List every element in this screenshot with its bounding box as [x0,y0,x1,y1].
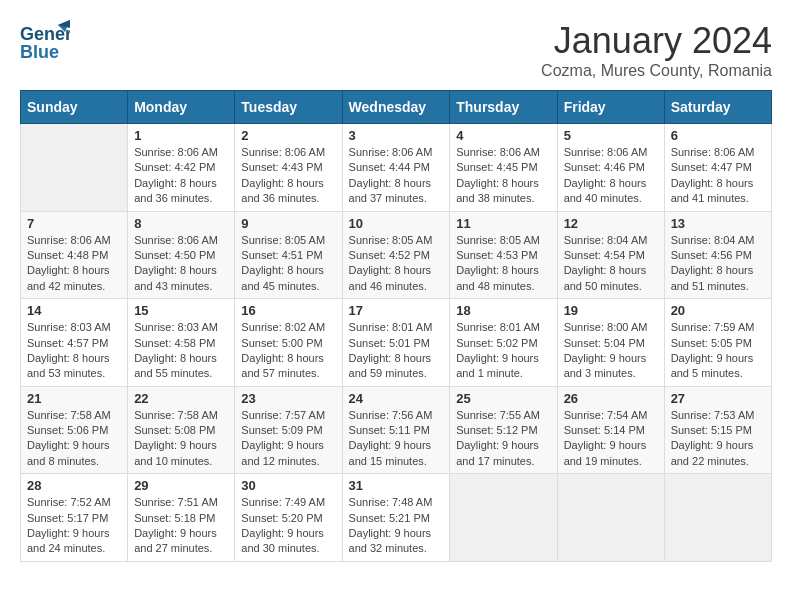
day-info: Sunrise: 8:03 AMSunset: 4:58 PMDaylight:… [134,320,228,382]
day-info: Sunrise: 7:49 AMSunset: 5:20 PMDaylight:… [241,495,335,557]
calendar-day-cell: 22Sunrise: 7:58 AMSunset: 5:08 PMDayligh… [128,386,235,474]
calendar-week-row: 28Sunrise: 7:52 AMSunset: 5:17 PMDayligh… [21,474,772,562]
calendar-day-cell: 7Sunrise: 8:06 AMSunset: 4:48 PMDaylight… [21,211,128,299]
month-title: January 2024 [541,20,772,62]
day-number: 27 [671,391,765,406]
day-number: 23 [241,391,335,406]
calendar-day-cell: 2Sunrise: 8:06 AMSunset: 4:43 PMDaylight… [235,124,342,212]
day-number: 4 [456,128,550,143]
title-area: January 2024 Cozma, Mures County, Romani… [541,20,772,80]
day-number: 9 [241,216,335,231]
calendar-day-cell: 13Sunrise: 8:04 AMSunset: 4:56 PMDayligh… [664,211,771,299]
weekday-header-cell: Friday [557,91,664,124]
day-number: 31 [349,478,444,493]
weekday-header-cell: Monday [128,91,235,124]
calendar-day-cell: 31Sunrise: 7:48 AMSunset: 5:21 PMDayligh… [342,474,450,562]
calendar-day-cell: 4Sunrise: 8:06 AMSunset: 4:45 PMDaylight… [450,124,557,212]
day-info: Sunrise: 8:06 AMSunset: 4:48 PMDaylight:… [27,233,121,295]
weekday-header-cell: Tuesday [235,91,342,124]
day-info: Sunrise: 7:58 AMSunset: 5:08 PMDaylight:… [134,408,228,470]
day-info: Sunrise: 8:02 AMSunset: 5:00 PMDaylight:… [241,320,335,382]
calendar-day-cell: 30Sunrise: 7:49 AMSunset: 5:20 PMDayligh… [235,474,342,562]
calendar-week-row: 1Sunrise: 8:06 AMSunset: 4:42 PMDaylight… [21,124,772,212]
day-info: Sunrise: 7:48 AMSunset: 5:21 PMDaylight:… [349,495,444,557]
calendar-day-cell: 12Sunrise: 8:04 AMSunset: 4:54 PMDayligh… [557,211,664,299]
day-number: 30 [241,478,335,493]
day-number: 29 [134,478,228,493]
day-number: 13 [671,216,765,231]
day-info: Sunrise: 7:56 AMSunset: 5:11 PMDaylight:… [349,408,444,470]
day-info: Sunrise: 8:06 AMSunset: 4:50 PMDaylight:… [134,233,228,295]
calendar-day-cell: 19Sunrise: 8:00 AMSunset: 5:04 PMDayligh… [557,299,664,387]
calendar-day-cell [450,474,557,562]
day-info: Sunrise: 8:05 AMSunset: 4:53 PMDaylight:… [456,233,550,295]
day-number: 1 [134,128,228,143]
logo-icon: General Blue [20,20,70,69]
location-title: Cozma, Mures County, Romania [541,62,772,80]
calendar-day-cell: 26Sunrise: 7:54 AMSunset: 5:14 PMDayligh… [557,386,664,474]
calendar-day-cell: 25Sunrise: 7:55 AMSunset: 5:12 PMDayligh… [450,386,557,474]
calendar-day-cell: 16Sunrise: 8:02 AMSunset: 5:00 PMDayligh… [235,299,342,387]
day-info: Sunrise: 7:55 AMSunset: 5:12 PMDaylight:… [456,408,550,470]
day-info: Sunrise: 8:04 AMSunset: 4:56 PMDaylight:… [671,233,765,295]
calendar-day-cell: 18Sunrise: 8:01 AMSunset: 5:02 PMDayligh… [450,299,557,387]
day-number: 14 [27,303,121,318]
day-number: 15 [134,303,228,318]
calendar-day-cell: 20Sunrise: 7:59 AMSunset: 5:05 PMDayligh… [664,299,771,387]
day-number: 18 [456,303,550,318]
day-number: 2 [241,128,335,143]
day-number: 12 [564,216,658,231]
day-number: 3 [349,128,444,143]
day-info: Sunrise: 8:01 AMSunset: 5:02 PMDaylight:… [456,320,550,382]
day-number: 26 [564,391,658,406]
day-info: Sunrise: 8:06 AMSunset: 4:42 PMDaylight:… [134,145,228,207]
day-number: 11 [456,216,550,231]
day-info: Sunrise: 7:53 AMSunset: 5:15 PMDaylight:… [671,408,765,470]
day-number: 17 [349,303,444,318]
weekday-header-cell: Thursday [450,91,557,124]
calendar-day-cell: 10Sunrise: 8:05 AMSunset: 4:52 PMDayligh… [342,211,450,299]
weekday-header-row: SundayMondayTuesdayWednesdayThursdayFrid… [21,91,772,124]
calendar-day-cell: 9Sunrise: 8:05 AMSunset: 4:51 PMDaylight… [235,211,342,299]
day-info: Sunrise: 7:52 AMSunset: 5:17 PMDaylight:… [27,495,121,557]
calendar-day-cell [21,124,128,212]
calendar-day-cell: 14Sunrise: 8:03 AMSunset: 4:57 PMDayligh… [21,299,128,387]
calendar-day-cell [664,474,771,562]
calendar-day-cell: 1Sunrise: 8:06 AMSunset: 4:42 PMDaylight… [128,124,235,212]
day-number: 24 [349,391,444,406]
day-number: 16 [241,303,335,318]
day-number: 7 [27,216,121,231]
weekday-header-cell: Sunday [21,91,128,124]
calendar-day-cell: 28Sunrise: 7:52 AMSunset: 5:17 PMDayligh… [21,474,128,562]
day-info: Sunrise: 7:51 AMSunset: 5:18 PMDaylight:… [134,495,228,557]
weekday-header-cell: Wednesday [342,91,450,124]
day-number: 25 [456,391,550,406]
calendar-day-cell: 6Sunrise: 8:06 AMSunset: 4:47 PMDaylight… [664,124,771,212]
weekday-header-cell: Saturday [664,91,771,124]
page-header: General Blue January 2024 Cozma, Mures C… [20,20,772,80]
day-info: Sunrise: 8:06 AMSunset: 4:45 PMDaylight:… [456,145,550,207]
day-info: Sunrise: 7:57 AMSunset: 5:09 PMDaylight:… [241,408,335,470]
day-info: Sunrise: 7:59 AMSunset: 5:05 PMDaylight:… [671,320,765,382]
day-number: 10 [349,216,444,231]
day-number: 8 [134,216,228,231]
calendar-week-row: 14Sunrise: 8:03 AMSunset: 4:57 PMDayligh… [21,299,772,387]
day-number: 20 [671,303,765,318]
calendar-week-row: 21Sunrise: 7:58 AMSunset: 5:06 PMDayligh… [21,386,772,474]
day-info: Sunrise: 8:03 AMSunset: 4:57 PMDaylight:… [27,320,121,382]
day-info: Sunrise: 8:05 AMSunset: 4:52 PMDaylight:… [349,233,444,295]
calendar-day-cell: 8Sunrise: 8:06 AMSunset: 4:50 PMDaylight… [128,211,235,299]
day-number: 5 [564,128,658,143]
calendar-day-cell: 21Sunrise: 7:58 AMSunset: 5:06 PMDayligh… [21,386,128,474]
day-info: Sunrise: 8:06 AMSunset: 4:46 PMDaylight:… [564,145,658,207]
day-info: Sunrise: 8:06 AMSunset: 4:44 PMDaylight:… [349,145,444,207]
calendar-day-cell: 3Sunrise: 8:06 AMSunset: 4:44 PMDaylight… [342,124,450,212]
day-info: Sunrise: 7:54 AMSunset: 5:14 PMDaylight:… [564,408,658,470]
day-info: Sunrise: 8:01 AMSunset: 5:01 PMDaylight:… [349,320,444,382]
calendar-body: 1Sunrise: 8:06 AMSunset: 4:42 PMDaylight… [21,124,772,562]
day-number: 22 [134,391,228,406]
day-info: Sunrise: 8:06 AMSunset: 4:47 PMDaylight:… [671,145,765,207]
calendar-day-cell: 27Sunrise: 7:53 AMSunset: 5:15 PMDayligh… [664,386,771,474]
calendar-day-cell: 29Sunrise: 7:51 AMSunset: 5:18 PMDayligh… [128,474,235,562]
day-info: Sunrise: 8:05 AMSunset: 4:51 PMDaylight:… [241,233,335,295]
